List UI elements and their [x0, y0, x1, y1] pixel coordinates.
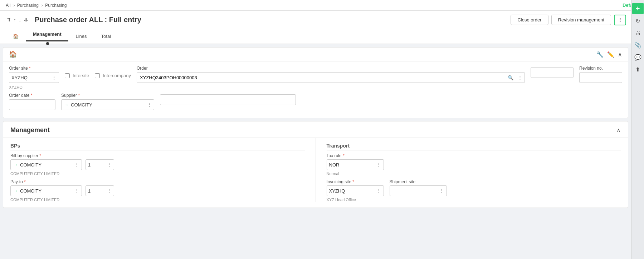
section-home-icon[interactable]: 🏠 — [9, 50, 17, 58]
bill-by-code: COMCITY — [20, 162, 72, 168]
shipment-site-label: Shipment site — [390, 179, 447, 184]
close-order-button[interactable]: Close order — [511, 15, 548, 25]
nav-first-button[interactable]: ⇈ — [6, 16, 12, 23]
tax-rule-field[interactable]: NOR ⋮ — [327, 159, 384, 170]
supplier-dots[interactable]: ⋮ — [147, 102, 152, 108]
breadcrumb-sep1: > — [13, 3, 15, 8]
home-icon: 🏠 — [13, 34, 19, 39]
add-button[interactable]: + — [632, 3, 644, 14]
breadcrumb-purchasing1[interactable]: Purchasing — [17, 3, 39, 8]
breadcrumb-all[interactable]: All — [6, 3, 10, 8]
order-group: Order 🔍 ⋮ — [137, 66, 525, 83]
nav-arrows: ⇈ ↑ ↓ ⇊ — [6, 16, 29, 23]
site-row: Invoicing site * XYZHQ ⋮ Shipment site ⋮ — [327, 179, 621, 196]
pay-to-group: Pay-to * → COMCITY ⋮ 1 ⋮ — [10, 179, 305, 202]
pay-to-field[interactable]: → COMCITY ⋮ — [10, 185, 82, 196]
order-input[interactable] — [137, 73, 506, 83]
bps-title: BPs — [10, 143, 305, 150]
invoicing-site-label: Invoicing site * — [327, 179, 384, 184]
xyz-subtext: XYZ Head Office — [327, 198, 621, 202]
header-form: Order site * XYZHQ ⋮ XYZHQ Intersite — [3, 61, 628, 118]
shipment-site-field[interactable]: ⋮ — [390, 185, 447, 196]
form-row-1: Order site * XYZHQ ⋮ XYZHQ Intersite — [9, 66, 622, 89]
pay-to-num: 1 — [88, 188, 104, 194]
nav-prev-button[interactable]: ↑ — [13, 16, 17, 23]
management-title: Management — [10, 126, 50, 134]
bill-by-num-dots[interactable]: ⋮ — [107, 162, 112, 168]
main-content: 🏠 🔧 ✏️ ∧ Order site * XYZHQ ⋮ XYZHQ — [0, 47, 631, 208]
invoicing-site-field[interactable]: XYZHQ ⋮ — [327, 185, 384, 196]
collapse-section-button[interactable]: ∧ — [618, 51, 622, 58]
tab-total[interactable]: Total — [94, 30, 118, 44]
invoicing-site-group: Invoicing site * XYZHQ ⋮ — [327, 179, 384, 196]
tab-home[interactable]: 🏠 — [6, 30, 26, 44]
breadcrumb-bar: All > Purchasing > Purchasing Default — [0, 0, 644, 11]
form-row-2: Order date * 15/03/24 Supplier * → COMCI… — [9, 93, 622, 110]
supplier-name-field: COMPUTER CITY LIMITED — [160, 94, 296, 105]
share-button[interactable]: ⬆ — [632, 64, 644, 75]
header-section-card: 🏠 🔧 ✏️ ∧ Order site * XYZHQ ⋮ XYZHQ — [3, 47, 628, 118]
tab-management[interactable]: Management — [26, 28, 68, 41]
breadcrumb-purchasing2: Purchasing — [45, 3, 67, 8]
pay-to-subtext: COMPUTER CITY LIMITED — [10, 198, 305, 202]
order-date-label: Order date * — [9, 93, 55, 98]
revision-management-button[interactable]: Revision management — [551, 15, 611, 25]
management-content: BPs Bill-by supplier * → COMCITY ⋮ 1 — [3, 138, 628, 208]
toolbar-left: ⇈ ↑ ↓ ⇊ Purchase order ALL : Full entry — [6, 16, 141, 24]
bill-by-label: Bill-by supplier * — [10, 153, 305, 158]
print-button[interactable]: 🖨 — [632, 27, 644, 39]
tax-rule-value: NOR — [329, 162, 374, 168]
bill-by-group: Bill-by supplier * → COMCITY ⋮ 1 ⋮ — [10, 153, 305, 176]
order-label: Order — [137, 66, 525, 71]
tab-lines[interactable]: Lines — [68, 30, 94, 44]
shipment-site-dots[interactable]: ⋮ — [439, 188, 444, 194]
tax-rule-dots[interactable]: ⋮ — [376, 162, 381, 168]
intercompany-group: Intercompany — [95, 66, 131, 78]
bill-by-num-field[interactable]: 1 ⋮ — [86, 159, 114, 170]
management-collapse-button[interactable]: ∧ — [616, 127, 621, 134]
bps-col: BPs Bill-by supplier * → COMCITY ⋮ 1 — [10, 138, 316, 202]
invoicing-site-dots[interactable]: ⋮ — [376, 188, 381, 194]
intercompany-checkbox[interactable] — [95, 73, 100, 78]
toolbar: ⇈ ↑ ↓ ⇊ Purchase order ALL : Full entry … — [0, 11, 644, 29]
intersite-checkbox-field: Intersite — [65, 73, 89, 78]
bill-by-subtext: COMPUTER CITY LIMITED — [10, 171, 305, 176]
order-dots[interactable]: ⋮ — [516, 73, 525, 83]
intersite-group: Intersite — [65, 66, 89, 78]
order-search-icon[interactable]: 🔍 — [506, 73, 516, 83]
order-site-field[interactable]: XYZHQ ⋮ — [9, 72, 59, 83]
more-options-button[interactable]: ⋮ — [614, 15, 626, 25]
intersite-checkbox[interactable] — [65, 73, 70, 78]
order-date-field[interactable]: 15/03/24 — [9, 99, 55, 110]
extra-field-group — [531, 66, 574, 78]
pay-to-num-dots[interactable]: ⋮ — [107, 188, 112, 194]
order-site-dots[interactable]: ⋮ — [52, 75, 57, 80]
nav-next-button[interactable]: ↓ — [18, 16, 23, 23]
intercompany-label: Intercompany — [103, 73, 131, 78]
order-site-group: Order site * XYZHQ ⋮ XYZHQ — [9, 66, 59, 89]
attach-button[interactable]: 📎 — [632, 39, 644, 51]
tools-icon[interactable]: 🔧 — [596, 51, 604, 58]
order-field[interactable]: 🔍 ⋮ — [137, 72, 525, 83]
nav-last-button[interactable]: ⇊ — [23, 16, 29, 23]
supplier-field[interactable]: → COMCITY ⋮ — [61, 99, 154, 110]
bill-by-dots[interactable]: ⋮ — [74, 162, 79, 168]
extra-field[interactable] — [531, 67, 574, 78]
pay-to-num-field[interactable]: 1 ⋮ — [86, 185, 114, 196]
pay-to-dots[interactable]: ⋮ — [74, 188, 79, 194]
revision-no-field[interactable] — [579, 72, 622, 83]
bill-by-field[interactable]: → COMCITY ⋮ — [10, 159, 82, 170]
management-header: Management ∧ — [3, 121, 628, 138]
tax-rule-label: Tax rule * — [327, 153, 621, 158]
edit-icon[interactable]: ✏️ — [607, 51, 614, 58]
shipment-site-group: Shipment site ⋮ — [390, 179, 447, 196]
section-header: 🏠 🔧 ✏️ ∧ — [3, 48, 628, 61]
tax-rule-group: Tax rule * NOR ⋮ Normal — [327, 153, 621, 176]
revision-no-label: Revision no. — [579, 66, 622, 71]
right-sidebar: + ↻ 🖨 📎 💬 ⬆ — [631, 0, 644, 211]
pay-to-arrow-icon: → — [13, 188, 18, 194]
refresh-button[interactable]: ↻ — [632, 15, 644, 26]
pay-to-label: Pay-to * — [10, 179, 305, 184]
toolbar-right: Close order Revision management ⋮ ↔ — [511, 15, 638, 25]
comment-button[interactable]: 💬 — [632, 51, 644, 63]
